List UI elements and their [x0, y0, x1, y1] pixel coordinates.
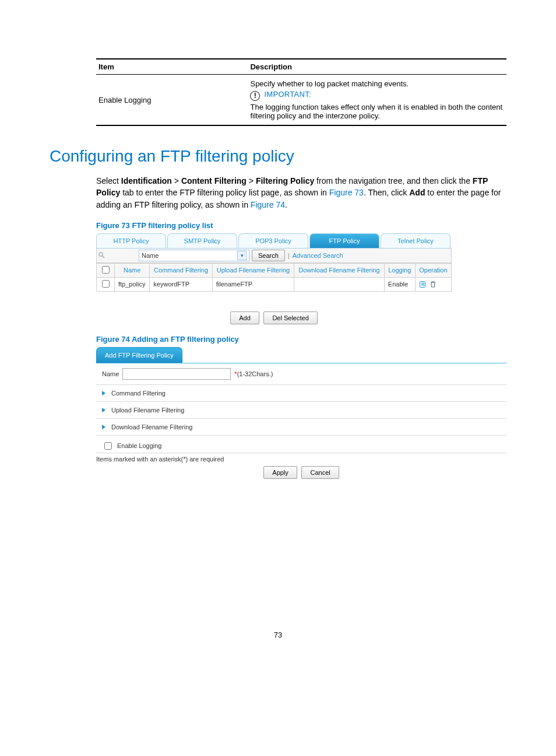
advanced-search-link[interactable]: Advanced Search [293, 252, 343, 259]
expand-icon [102, 391, 105, 396]
col-name: Name [115, 263, 150, 277]
col-header-description: Description [248, 59, 506, 75]
add-button[interactable]: Add [230, 312, 259, 324]
desc-line: Specify whether to log packet matching e… [250, 79, 504, 88]
enable-logging-checkbox[interactable] [104, 442, 112, 450]
important-label: IMPORTANT: [264, 90, 311, 99]
svg-line-1 [103, 256, 105, 258]
cancel-button[interactable]: Cancel [301, 466, 339, 479]
search-field-selected: Name [142, 252, 159, 259]
tab-smtp-policy[interactable]: SMTP Policy [167, 233, 237, 248]
required-footnote: Items marked with an asterisk(*) are req… [96, 453, 506, 463]
section-upload-filename-filtering[interactable]: Upload Filename Filtering [96, 402, 506, 419]
figure-73-link[interactable]: Figure 73 [329, 188, 364, 197]
section-label: Download Filename Filtering [111, 424, 192, 430]
tab-telnet-policy[interactable]: Telnet Policy [381, 233, 451, 248]
col-logging: Logging [384, 263, 415, 277]
section-download-filename-filtering[interactable]: Download Filename Filtering [96, 419, 506, 436]
figure-74-screenshot: Add FTP Filtering Policy Name *(1-32Char… [96, 347, 506, 463]
important-icon: ! [250, 91, 260, 101]
search-input[interactable] [106, 250, 136, 261]
trash-icon[interactable] [430, 281, 438, 288]
enable-logging-label: Enable Logging [117, 442, 161, 449]
col-header-item: Item [96, 59, 248, 75]
cell-command: keywordFTP [150, 277, 212, 291]
col-operation: Operation [415, 263, 451, 277]
page-number: 73 [50, 631, 506, 639]
search-bar: Name ▾ Search | Advanced Search [96, 249, 452, 263]
important-callout: ! IMPORTANT: [250, 90, 504, 101]
figure-74-caption: Figure 74 Adding an FTP filtering policy [96, 335, 506, 344]
tab-http-policy[interactable]: HTTP Policy [96, 233, 166, 248]
name-hint: (1-32Chars.) [237, 370, 273, 377]
search-icon [97, 251, 106, 260]
enable-logging-row: Enable Logging [96, 436, 506, 453]
figure-73-caption: Figure 73 FTP filtering policy list [96, 221, 506, 230]
policy-list-table: Name Command Filtering Upload Filename F… [96, 263, 452, 292]
svg-point-0 [99, 253, 103, 256]
table-row: Enable Logging Specify whether to log pa… [96, 75, 506, 126]
add-ftp-tab: Add FTP Filtering Policy [96, 347, 182, 363]
section-label: Upload Filename Filtering [111, 407, 184, 414]
table-row: ftp_policy keywordFTP filenameFTP Enable [97, 277, 452, 291]
separator: | [288, 252, 290, 259]
name-row: Name *(1-32Chars.) [96, 363, 506, 385]
desc-line: The logging function takes effect only w… [250, 103, 504, 120]
edit-icon[interactable] [419, 281, 430, 288]
list-buttons-row: Add Del Selected [96, 312, 452, 324]
cell-logging: Enable [384, 277, 415, 291]
figure-73-screenshot: HTTP Policy SMTP Policy POP3 Policy FTP … [96, 233, 452, 292]
apply-button[interactable]: Apply [263, 466, 297, 479]
chevron-down-icon: ▾ [237, 251, 247, 260]
del-selected-button[interactable]: Del Selected [263, 312, 317, 324]
section-command-filtering[interactable]: Command Filtering [96, 385, 506, 402]
instruction-paragraph: Select Identification > Content Filterin… [96, 175, 506, 211]
name-label: Name [102, 370, 119, 377]
select-all-checkbox[interactable] [102, 266, 110, 274]
col-command-filtering: Command Filtering [150, 263, 212, 277]
cell-operation [415, 277, 451, 291]
search-button[interactable]: Search [252, 250, 285, 261]
cell-upload: filenameFTP [212, 277, 294, 291]
section-heading: Configuring an FTP filtering policy [50, 147, 506, 166]
section-label: Command Filtering [111, 390, 166, 397]
col-upload-filename-filtering: Upload Filename Filtering [212, 263, 294, 277]
tab-pop3-policy[interactable]: POP3 Policy [238, 233, 308, 248]
col-download-filename-filtering: Download Filename Filtering [294, 263, 385, 277]
expand-icon [102, 408, 105, 412]
tab-ftp-policy[interactable]: FTP Policy [309, 233, 379, 248]
expand-icon [102, 425, 105, 429]
cell-item: Enable Logging [96, 75, 248, 126]
name-input[interactable] [122, 368, 231, 380]
cell-download [294, 277, 385, 291]
row-select-checkbox[interactable] [102, 280, 110, 288]
cell-description: Specify whether to log packet matching e… [248, 75, 506, 126]
description-table: Item Description Enable Logging Specify … [96, 58, 506, 126]
cell-name: ftp_policy [115, 277, 150, 291]
figure-74-link[interactable]: Figure 74 [251, 200, 285, 209]
policy-tabs: HTTP Policy SMTP Policy POP3 Policy FTP … [96, 233, 452, 249]
search-field-select[interactable]: Name ▾ [139, 250, 249, 261]
form-buttons-row: Apply Cancel [96, 466, 506, 479]
select-all-header[interactable] [97, 263, 115, 277]
